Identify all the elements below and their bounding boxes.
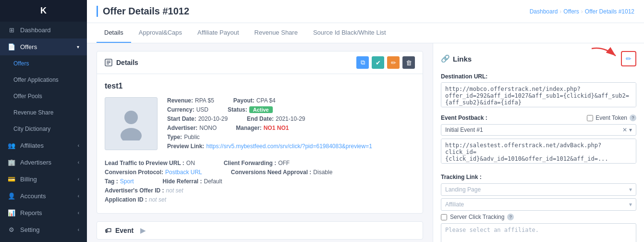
event-postback-row: Event Postback : Event Token ? (441, 115, 636, 121)
setting-icon: ⚙ (8, 226, 15, 233)
extra-info: Lead Traffic to Preview URL : ON Client … (105, 160, 415, 203)
affiliate-select[interactable]: Affiliate ▾ (441, 198, 636, 211)
extra-row-3: Tag : Sport Hide Referral : Default (105, 178, 415, 185)
tracking-link-label: Tracking Link : (441, 174, 636, 180)
sidebar-label-dashboard: Dashboard (20, 26, 51, 34)
setting-arrow-icon: ‹ (78, 227, 79, 232)
extra-row-4: Advertiser's Offer ID : not set (105, 187, 415, 194)
right-panel: 🔗 Links ✏ Destination URL: Event Postbac… (433, 43, 644, 242)
sidebar-item-advertisers[interactable]: 🏢 Advertisers ‹ (0, 154, 87, 171)
sidebar-item-offers-sub[interactable]: Offers (0, 55, 87, 72)
manager-value: NO1 NO1 (264, 125, 289, 131)
tab-details[interactable]: Details (97, 23, 131, 43)
sidebar-item-accounts[interactable]: 👤 Accounts ‹ (0, 188, 87, 204)
type-value: Public (184, 134, 200, 140)
sidebar-item-billing[interactable]: 💳 Billing ‹ (0, 171, 87, 188)
hide-referral-value: Default (204, 178, 222, 185)
breadcrumb-sep2: › (581, 8, 583, 15)
event-expand-arrow[interactable]: ▶ (140, 227, 146, 234)
sidebar-item-revenue-share[interactable]: Revenue Share (0, 104, 87, 121)
conversions-approval-item: Conversions Need Approval : Disable (231, 169, 333, 176)
breadcrumb-current: Offer Details #1012 (585, 8, 634, 15)
copy-button[interactable]: ⧉ (356, 56, 369, 69)
tab-affiliate-payout[interactable]: Affiliate Payout (190, 23, 246, 43)
info-row-2: Currency: USD Status: Active (167, 106, 415, 113)
info-row-3: Start Date: 2020-10-29 End Date: 2021-10… (167, 115, 415, 122)
tab-source-id[interactable]: Source Id Black/White List (305, 23, 394, 43)
client-forwarding-item: Client Forwarding : OFF (224, 160, 290, 166)
destination-url-textarea[interactable] (441, 82, 636, 107)
server-click-row: Server Click Tracking ? (441, 214, 636, 220)
event-token-checkbox[interactable] (587, 115, 593, 121)
accounts-icon: 👤 (8, 192, 15, 200)
sidebar-item-offer-pools[interactable]: Offer Pools (0, 88, 87, 104)
tab-approval-caps[interactable]: Approval&Caps (131, 23, 190, 43)
advertiser-item: Advertiser: NONO (167, 125, 217, 131)
sidebar-label-reports: Reports (20, 209, 42, 217)
offer-image (105, 97, 158, 150)
sidebar-label-accounts: Accounts (20, 192, 46, 200)
details-section-label: Details (116, 59, 138, 66)
main-content: Offer Details #1012 Dashboard › Offers ›… (87, 0, 644, 242)
payout-item: Payout: CPA $4 (233, 97, 276, 104)
preview-link-value[interactable]: https://srv5.mybestfeed.com/srv/click/?p… (206, 143, 372, 150)
sidebar-item-offers[interactable]: 📄 Offers ▾ (0, 38, 87, 55)
server-click-info-icon[interactable]: ? (507, 214, 514, 220)
links-header: 🔗 Links ✏ (441, 51, 636, 66)
tag-icon: 🏷 (105, 227, 111, 234)
edit-details-button[interactable]: ✏ (387, 56, 400, 69)
offers-icon: 📄 (8, 43, 15, 51)
offer-name: test1 (105, 82, 415, 90)
conversion-protocol-value[interactable]: Postback URL (165, 169, 202, 176)
check-button[interactable]: ✔ (372, 56, 384, 69)
sidebar-item-city-dictionary[interactable]: City Dictionary (0, 121, 87, 137)
sidebar-item-setting[interactable]: ⚙ Setting ‹ (0, 221, 87, 238)
content-area: Details ⧉ ✔ ✏ 🗑 test1 (87, 43, 644, 242)
tab-revenue-share[interactable]: Revenue Share (247, 23, 305, 43)
event-token-info-icon[interactable]: ? (630, 115, 636, 121)
postback-url-textarea[interactable] (441, 139, 636, 164)
sidebar-label-offers-sub: Offers (13, 60, 29, 67)
event-section-label: Event (115, 227, 134, 234)
initial-event-clear-button[interactable]: ✕ (622, 127, 627, 133)
sidebar-item-reports[interactable]: 📊 Reports ‹ (0, 204, 87, 221)
affiliates-arrow-icon: ‹ (78, 143, 79, 148)
sidebar-item-dashboard[interactable]: ⊞ Dashboard (0, 22, 87, 38)
tabs-bar: Details Approval&Caps Affiliate Payout R… (87, 23, 644, 43)
type-item: Type: Public (167, 134, 200, 140)
sidebar-label-advertisers: Advertisers (20, 159, 51, 166)
red-arrow-icon (589, 46, 618, 61)
sidebar-item-offer-applications[interactable]: Offer Applications (0, 72, 87, 88)
svg-point-4 (124, 111, 138, 124)
breadcrumb-sep1: › (559, 8, 561, 15)
landing-page-select[interactable]: Landing Page ▾ (441, 183, 636, 196)
pencil-icon: ✏ (626, 55, 632, 63)
trash-button[interactable]: 🗑 (402, 56, 415, 69)
links-title: 🔗 Links (441, 54, 472, 63)
breadcrumb: Dashboard › Offers › Offer Details #1012 (530, 8, 634, 15)
affiliate-selection-textarea[interactable] (441, 223, 636, 242)
sidebar-label-affiliates: Affiliates (20, 142, 44, 149)
breadcrumb-offers[interactable]: Offers (563, 8, 579, 15)
links-edit-button[interactable]: ✏ (621, 51, 636, 66)
details-card-title: Details (105, 59, 138, 66)
advertiser-offer-id-value: not set (166, 187, 183, 194)
advertisers-arrow-icon: ‹ (78, 160, 79, 165)
details-card-body: test1 Revenue: RPA (97, 74, 423, 213)
tag-value[interactable]: Sport (120, 178, 134, 185)
page-header: Offer Details #1012 Dashboard › Offers ›… (87, 0, 644, 23)
sidebar-label-offers: Offers (20, 43, 37, 51)
client-forwarding-value: OFF (278, 160, 290, 166)
sidebar-item-affiliates[interactable]: 👥 Affiliates ‹ (0, 137, 87, 154)
sidebar-item-tools[interactable]: 🔧 Tools ‹ (0, 238, 87, 242)
initial-event-chevron-icon[interactable]: ▾ (629, 127, 632, 133)
currency-item: Currency: USD (167, 106, 208, 113)
server-click-checkbox[interactable] (441, 214, 447, 220)
end-date-item: End Date: 2021-10-29 (247, 115, 305, 122)
extra-row-2: Conversion Protocol: Postback URL Conver… (105, 169, 415, 176)
lead-traffic-value: ON (186, 160, 195, 166)
initial-event-select[interactable]: Initial Event #1 ✕ ▾ (441, 124, 636, 136)
event-token-container: Event Token ? (587, 115, 636, 121)
details-card-header: Details ⧉ ✔ ✏ 🗑 (97, 51, 423, 74)
breadcrumb-dashboard[interactable]: Dashboard (530, 8, 558, 15)
